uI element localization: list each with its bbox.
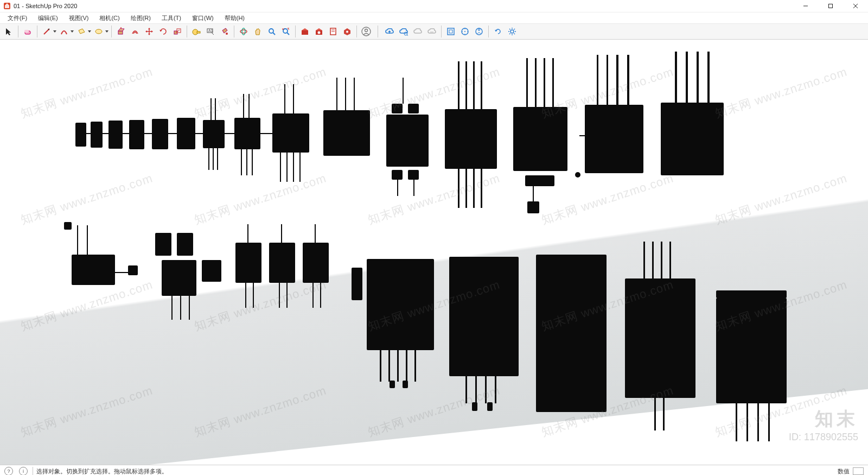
menu-view[interactable]: 视图(V) <box>63 13 94 23</box>
rotate-tool[interactable] <box>157 25 170 38</box>
svg-point-44 <box>318 31 321 34</box>
layout-tool[interactable] <box>327 25 340 38</box>
rectangle-tool-dropdown[interactable] <box>87 30 92 33</box>
svg-point-35 <box>242 28 245 35</box>
arc-tool[interactable] <box>58 25 71 38</box>
cloud-redo[interactable] <box>425 25 438 38</box>
model-viewport[interactable]: 知末网 www.znzmo.com知末网 www.znzmo.com知末网 ww… <box>0 40 868 465</box>
paint-tool[interactable] <box>218 25 231 38</box>
svg-rect-28 <box>197 31 200 33</box>
scale-tool[interactable] <box>171 25 184 38</box>
cloud-undo[interactable] <box>411 25 424 38</box>
menu-help[interactable]: 帮助(H) <box>219 13 250 23</box>
main-toolbar: A1 <box>0 24 868 40</box>
menu-edit[interactable]: 编辑(E) <box>33 13 63 23</box>
add-geo[interactable] <box>444 25 457 38</box>
vcb-label: 数值 <box>838 467 850 476</box>
help-icon[interactable]: ? <box>4 467 13 475</box>
svg-marker-22 <box>151 30 153 33</box>
circle-tool[interactable] <box>92 25 105 38</box>
svg-text:A1: A1 <box>208 29 213 33</box>
svg-point-33 <box>226 33 228 35</box>
settings-tool[interactable] <box>506 25 519 38</box>
svg-marker-19 <box>148 28 150 29</box>
svg-rect-9 <box>24 30 29 33</box>
title-bar: 01 - SketchUp Pro 2020 <box>0 0 868 12</box>
svg-marker-43 <box>316 28 322 30</box>
svg-point-51 <box>365 29 368 32</box>
svg-point-49 <box>346 31 348 33</box>
ext-warehouse-tool[interactable] <box>312 25 326 38</box>
svg-marker-21 <box>145 30 147 33</box>
svg-point-64 <box>478 29 480 31</box>
svg-point-66 <box>510 30 514 33</box>
svg-line-71 <box>509 29 510 30</box>
warehouse-tool[interactable] <box>298 25 311 38</box>
brand-logo: 知末 <box>789 407 858 432</box>
svg-rect-55 <box>448 28 454 35</box>
svg-line-53 <box>407 35 408 36</box>
line-tool-dropdown[interactable] <box>53 30 57 33</box>
brand-id: ID: 1178902555 <box>789 432 858 443</box>
svg-marker-41 <box>302 28 308 30</box>
svg-rect-4 <box>829 4 833 8</box>
rectangle-tool[interactable] <box>75 25 88 38</box>
svg-marker-32 <box>222 28 227 33</box>
text-tool[interactable]: A1 <box>204 25 217 38</box>
circle-tool-dropdown[interactable] <box>105 30 109 33</box>
svg-line-73 <box>514 29 515 30</box>
svg-rect-1 <box>5 5 9 8</box>
pushpull-tool[interactable] <box>114 25 127 38</box>
window-maximize-button[interactable] <box>818 0 843 12</box>
window-minimize-button[interactable] <box>793 0 818 12</box>
svg-line-31 <box>212 33 214 35</box>
tape-tool[interactable] <box>190 25 203 38</box>
eraser-tool[interactable] <box>21 25 34 38</box>
svg-rect-14 <box>118 31 123 34</box>
arc-tool-dropdown[interactable] <box>70 30 74 33</box>
menu-draw[interactable]: 绘图(R) <box>125 13 156 23</box>
line-tool[interactable] <box>40 25 53 38</box>
svg-point-34 <box>240 30 247 33</box>
svg-rect-56 <box>449 30 452 33</box>
menu-camera[interactable]: 相机(C) <box>94 13 125 23</box>
zoom-tool[interactable] <box>265 25 278 38</box>
svg-point-36 <box>269 29 273 33</box>
brand-badge: 知末 ID: 1178902555 <box>789 407 858 443</box>
menu-file[interactable]: 文件(F) <box>2 13 33 23</box>
svg-point-13 <box>95 29 102 34</box>
component-tool[interactable] <box>473 25 486 38</box>
svg-marker-12 <box>79 29 85 34</box>
select-tool[interactable] <box>2 25 15 38</box>
move-tool[interactable] <box>143 25 156 38</box>
zoom-extents-tool[interactable] <box>279 25 292 38</box>
svg-line-39 <box>287 33 289 35</box>
svg-point-58 <box>464 31 465 32</box>
svg-marker-7 <box>6 28 11 35</box>
model-info[interactable] <box>458 25 471 38</box>
cloud-save[interactable] <box>397 25 410 38</box>
svg-marker-20 <box>148 34 150 35</box>
svg-line-74 <box>509 34 510 35</box>
model-silhouettes <box>0 40 868 465</box>
svg-point-38 <box>283 29 288 33</box>
svg-line-72 <box>514 34 515 35</box>
ext-manager-tool[interactable] <box>341 25 354 38</box>
status-bar: ? i 选择对象。切换到扩充选择。拖动鼠标选择多项。 数值 <box>0 465 868 475</box>
app-icon <box>3 2 11 10</box>
orbit-tool[interactable] <box>237 25 250 38</box>
info-icon[interactable]: i <box>19 467 28 475</box>
menu-bar: 文件(F) 编辑(E) 视图(V) 相机(C) 绘图(R) 工具(T) 窗口(W… <box>0 12 868 24</box>
window-close-button[interactable] <box>843 0 868 12</box>
offset-tool[interactable] <box>129 25 142 38</box>
menu-window[interactable]: 窗口(W) <box>187 13 219 23</box>
cloud-open[interactable] <box>383 25 396 38</box>
svg-line-37 <box>273 33 275 35</box>
window-title: 01 - SketchUp Pro 2020 <box>14 3 77 9</box>
signin-tool[interactable] <box>360 25 373 38</box>
vcb-input[interactable] <box>853 467 864 475</box>
menu-tools[interactable]: 工具(T) <box>156 13 187 23</box>
svg-rect-40 <box>302 30 308 35</box>
refresh-tool[interactable] <box>492 25 505 38</box>
pan-tool[interactable] <box>251 25 264 38</box>
